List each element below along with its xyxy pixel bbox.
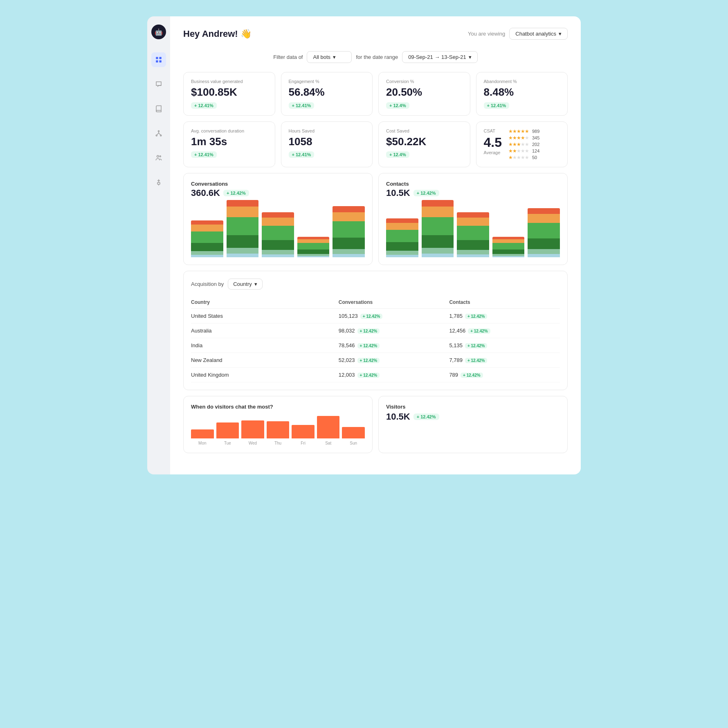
- sidebar-item-team[interactable]: [151, 151, 166, 165]
- contacts-cell: 7,789+ 12.42%: [449, 353, 560, 367]
- date-range-label: for the date range: [356, 54, 398, 60]
- mini-bar: [317, 416, 340, 438]
- contacts-chart: Contacts 10.5K + 12.42%: [378, 173, 568, 265]
- csat-count-2: 124: [532, 148, 539, 153]
- svg-point-4: [158, 130, 160, 132]
- conversations-value: 360.6K: [191, 188, 220, 198]
- bar-group: [457, 212, 489, 257]
- stat-value: $50.22K: [386, 136, 463, 148]
- cont-badge: + 12.42%: [465, 314, 488, 319]
- csat-stars-2: ★★★★★: [508, 148, 529, 154]
- conversations-cell: 105,123+ 12.42%: [339, 308, 449, 323]
- charts-row: Conversations 360.6K + 12.42% Contacts 1…: [183, 173, 568, 265]
- view-dropdown-button[interactable]: Chatbot analytics ▾: [509, 28, 568, 40]
- sidebar-item-book[interactable]: [151, 101, 166, 116]
- stat-label: Abandonment %: [484, 79, 560, 84]
- mini-bar: [267, 421, 290, 438]
- app-logo: 🤖: [151, 25, 166, 39]
- cont-badge: + 12.42%: [461, 373, 483, 378]
- visitors-title: Visitors: [386, 404, 560, 410]
- country-cell: India: [191, 338, 339, 353]
- contacts-value: 10.5K: [386, 188, 410, 198]
- conv-badge: + 12.42%: [357, 373, 380, 378]
- csat-row-4: ★★★★★ 345: [508, 135, 560, 141]
- table-row: New Zealand 52,023+ 12.42% 7,789+ 12.42%: [191, 353, 560, 367]
- mini-bar: [292, 425, 315, 438]
- mini-bar: [342, 427, 365, 438]
- contacts-cell: 12,456+ 12.42%: [449, 323, 560, 338]
- csat-stars-1: ★★★★★: [508, 155, 529, 160]
- stat-card-conversion: Conversion % 20.50% + 12.4%: [378, 72, 470, 116]
- sidebar-item-analytics[interactable]: [151, 52, 166, 67]
- conversations-cell: 52,023+ 12.42%: [339, 353, 449, 367]
- col-header-contacts: Contacts: [449, 296, 560, 309]
- table-row: United Kingdom 12,003+ 12.42% 789+ 12.42…: [191, 367, 560, 382]
- cont-badge: + 12.42%: [465, 358, 488, 363]
- conversations-cell: 78,546+ 12.42%: [339, 338, 449, 353]
- main-content: Hey Andrew! 👋 You are viewing Chatbot an…: [170, 16, 581, 474]
- conv-badge: + 12.42%: [357, 343, 380, 348]
- stat-badge: + 12.41%: [289, 151, 315, 158]
- date-range-button[interactable]: 09-Sep-21 → 13-Sep-21 ▾: [402, 51, 478, 63]
- stat-badge: + 12.4%: [386, 102, 409, 109]
- svg-rect-2: [156, 61, 158, 63]
- country-cell: United States: [191, 308, 339, 323]
- conv-badge: + 12.42%: [360, 314, 383, 319]
- csat-value: 4.5: [484, 135, 502, 150]
- sidebar: 🤖: [147, 16, 170, 474]
- stat-value: 20.50%: [386, 86, 463, 98]
- sidebar-item-network[interactable]: [151, 126, 166, 141]
- bots-filter-dropdown[interactable]: All bots ▾: [307, 51, 352, 63]
- csat-stars-5: ★★★★★: [508, 128, 529, 134]
- stat-card-business-value: Business value generated $100.85K + 12.4…: [183, 72, 275, 116]
- day-labels: MonTueWedThuFriSatSun: [191, 441, 365, 445]
- csat-count-3: 202: [532, 142, 539, 147]
- conversations-bar-chart: [191, 204, 365, 257]
- stat-label: Hours Saved: [289, 128, 365, 133]
- csat-stars-col: ★★★★★ 989 ★★★★★ 345 ★★★★★ 202: [508, 128, 560, 160]
- acquisition-header: Acquisition by Country ▾: [191, 279, 560, 290]
- header: Hey Andrew! 👋 You are viewing Chatbot an…: [183, 28, 568, 40]
- svg-rect-1: [160, 57, 162, 59]
- day-label: Fri: [292, 441, 315, 445]
- viewing-label: You are viewing: [468, 31, 505, 37]
- stat-badge: + 12.41%: [484, 102, 510, 109]
- sidebar-item-chat[interactable]: [151, 77, 166, 92]
- csat-avg-label: Average: [484, 150, 502, 155]
- filter-data-label: Filter data of: [273, 54, 303, 60]
- bar-group: [386, 218, 418, 257]
- contacts-badge: + 12.42%: [413, 190, 439, 196]
- stat-label: Cost Saved: [386, 128, 463, 133]
- table-row: Australia 98,032+ 12.42% 12,456+ 12.42%: [191, 323, 560, 338]
- bar-group: [227, 200, 259, 257]
- bar-group: [297, 237, 330, 257]
- csat-count-4: 345: [532, 135, 539, 140]
- day-label: Tue: [216, 441, 239, 445]
- day-label: Sat: [317, 441, 340, 445]
- csat-row-2: ★★★★★ 124: [508, 148, 560, 154]
- visitors-chat-card: When do visitors chat the most? MonTueWe…: [183, 396, 373, 453]
- country-cell: Australia: [191, 323, 339, 338]
- stat-label: Engagement %: [289, 79, 365, 84]
- contacts-bar-chart: [386, 204, 560, 257]
- contacts-cell: 1,785+ 12.42%: [449, 308, 560, 323]
- acquisition-table: Country Conversations Contacts United St…: [191, 296, 560, 382]
- conv-badge: + 12.42%: [357, 358, 380, 363]
- conversations-chart: Conversations 360.6K + 12.42%: [183, 173, 373, 265]
- csat-count-1: 50: [532, 155, 537, 160]
- stat-badge: + 12.4%: [386, 151, 409, 158]
- sidebar-item-plug[interactable]: [151, 175, 166, 190]
- bar-group: [262, 212, 294, 257]
- conversations-chart-value-row: 360.6K + 12.42%: [191, 188, 365, 198]
- csat-stars-3: ★★★★★: [508, 142, 529, 147]
- stat-badge: + 12.41%: [191, 151, 217, 158]
- acquisition-dropdown-value: Country: [233, 281, 252, 287]
- stat-card-hours-saved: Hours Saved 1058 + 12.41%: [281, 121, 373, 167]
- chevron-down-icon: ▾: [333, 54, 336, 60]
- day-label: Thu: [267, 441, 290, 445]
- country-cell: New Zealand: [191, 353, 339, 367]
- bar-group: [333, 206, 365, 257]
- conversations-badge: + 12.42%: [223, 190, 249, 196]
- csat-count-5: 989: [532, 129, 539, 134]
- acquisition-dropdown-button[interactable]: Country ▾: [228, 279, 263, 290]
